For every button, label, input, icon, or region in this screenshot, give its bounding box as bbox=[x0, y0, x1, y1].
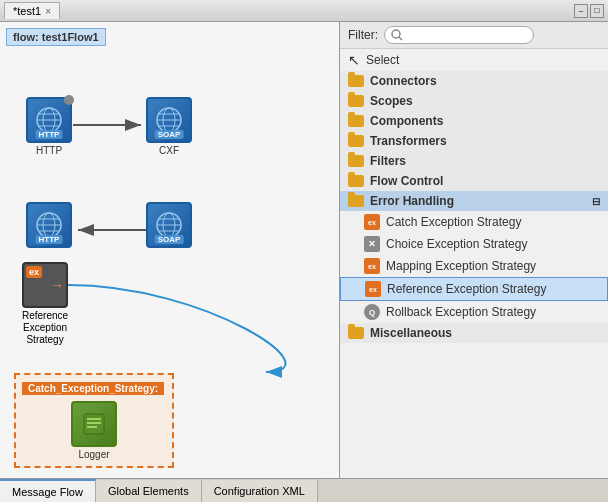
main-container: flow: test1Flow1 bbox=[0, 22, 608, 478]
catch-container: Catch_Exception_Strategy: Logger bbox=[14, 373, 174, 468]
soap-node-2[interactable]: SOAP bbox=[146, 202, 192, 248]
right-panel: Filter: ↖ Select Connectors bbox=[340, 22, 608, 478]
svg-line-29 bbox=[399, 37, 402, 40]
category-transformers-label: Transformers bbox=[370, 134, 447, 148]
expand-icon: ⊟ bbox=[592, 196, 600, 207]
folder-components-icon bbox=[348, 115, 364, 127]
palette-catch[interactable]: ex Catch Exception Strategy bbox=[340, 211, 608, 233]
soap-node-1-label: CXF bbox=[159, 145, 179, 156]
category-error-handling-label: Error Handling bbox=[370, 194, 454, 208]
tab-config-xml[interactable]: Configuration XML bbox=[202, 479, 318, 502]
exc-arrow: → bbox=[50, 277, 64, 293]
http-node-1[interactable]: HTTP HTTP bbox=[26, 97, 72, 156]
choice-exc-icon: ✕ bbox=[364, 236, 380, 252]
http-icon-1: HTTP bbox=[26, 97, 72, 143]
category-filters-label: Filters bbox=[370, 154, 406, 168]
folder-error-icon bbox=[348, 195, 364, 207]
folder-transformers-icon bbox=[348, 135, 364, 147]
palette-reference[interactable]: ex Reference Exception Strategy bbox=[340, 277, 608, 301]
category-misc[interactable]: Miscellaneous bbox=[340, 323, 608, 343]
category-components[interactable]: Components bbox=[340, 111, 608, 131]
svg-rect-26 bbox=[87, 422, 101, 424]
filter-input-wrapper[interactable] bbox=[384, 26, 534, 44]
reference-exc-icon: ex bbox=[365, 281, 381, 297]
filter-bar: Filter: bbox=[340, 22, 608, 49]
category-misc-label: Miscellaneous bbox=[370, 326, 452, 340]
logger-icon bbox=[71, 401, 117, 447]
minimize-button[interactable]: – bbox=[574, 4, 588, 18]
palette-mapping[interactable]: ex Mapping Exception Strategy bbox=[340, 255, 608, 277]
ref-exc-label-3: Strategy bbox=[22, 334, 68, 346]
catch-header: Catch_Exception_Strategy: bbox=[22, 382, 164, 395]
folder-misc-icon bbox=[348, 327, 364, 339]
palette-list: ↖ Select Connectors Scopes Components bbox=[340, 49, 608, 478]
palette-choice[interactable]: ✕ Choice Exception Strategy bbox=[340, 233, 608, 255]
rollback-exc-icon: Q bbox=[364, 304, 380, 320]
category-flow-control-label: Flow Control bbox=[370, 174, 443, 188]
category-connectors-label: Connectors bbox=[370, 74, 437, 88]
svg-rect-25 bbox=[87, 418, 101, 420]
folder-filters-icon bbox=[348, 155, 364, 167]
soap-icon-2: SOAP bbox=[146, 202, 192, 248]
ref-exc-node[interactable]: ex → Reference Exception Strategy bbox=[22, 262, 68, 346]
category-components-label: Components bbox=[370, 114, 443, 128]
filter-label: Filter: bbox=[348, 28, 378, 42]
title-tab-label: *test1 bbox=[13, 5, 41, 17]
flow-label: flow: test1Flow1 bbox=[6, 28, 106, 46]
title-tab[interactable]: *test1 × bbox=[4, 2, 60, 19]
http-node-1-label: HTTP bbox=[36, 145, 62, 156]
folder-flowcontrol-icon bbox=[348, 175, 364, 187]
flow-canvas: HTTP HTTP SOAP CXF bbox=[6, 52, 333, 478]
palette-select[interactable]: ↖ Select bbox=[340, 49, 608, 71]
category-scopes[interactable]: Scopes bbox=[340, 91, 608, 111]
select-label: Select bbox=[366, 53, 399, 67]
category-flow-control[interactable]: Flow Control bbox=[340, 171, 608, 191]
tab-message-flow-label: Message Flow bbox=[12, 486, 83, 498]
logger-node[interactable]: Logger bbox=[22, 401, 166, 460]
catch-exc-icon: ex bbox=[364, 214, 380, 230]
canvas-area: flow: test1Flow1 bbox=[0, 22, 340, 478]
restore-button[interactable]: □ bbox=[590, 4, 604, 18]
filter-text-input[interactable] bbox=[407, 29, 527, 41]
category-filters[interactable]: Filters bbox=[340, 151, 608, 171]
title-bar: *test1 × – □ bbox=[0, 0, 608, 22]
select-cursor-icon: ↖ bbox=[348, 52, 360, 68]
folder-connectors-icon bbox=[348, 75, 364, 87]
ref-exc-label-2: Exception bbox=[22, 322, 68, 334]
tab-config-xml-label: Configuration XML bbox=[214, 485, 305, 497]
tab-message-flow[interactable]: Message Flow bbox=[0, 479, 96, 502]
svg-point-28 bbox=[392, 30, 400, 38]
bottom-tabs: Message Flow Global Elements Configurati… bbox=[0, 478, 608, 502]
soap-node-1[interactable]: SOAP CXF bbox=[146, 97, 192, 156]
mapping-label: Mapping Exception Strategy bbox=[386, 259, 536, 273]
category-transformers[interactable]: Transformers bbox=[340, 131, 608, 151]
http-node-2[interactable]: HTTP bbox=[26, 202, 72, 248]
tab-global-elements-label: Global Elements bbox=[108, 485, 189, 497]
ref-exc-icon: ex → bbox=[22, 262, 68, 308]
rollback-label: Rollback Exception Strategy bbox=[386, 305, 536, 319]
category-connectors[interactable]: Connectors bbox=[340, 71, 608, 91]
logger-label: Logger bbox=[78, 449, 109, 460]
soap-icon-1: SOAP bbox=[146, 97, 192, 143]
palette-rollback[interactable]: Q Rollback Exception Strategy bbox=[340, 301, 608, 323]
exc-badge: ex bbox=[26, 266, 42, 278]
mapping-exc-icon: ex bbox=[364, 258, 380, 274]
ref-exc-label-1: Reference bbox=[22, 310, 68, 322]
svg-rect-27 bbox=[87, 426, 97, 428]
catch-label: Catch Exception Strategy bbox=[386, 215, 521, 229]
http-badge-1 bbox=[64, 95, 74, 105]
close-icon[interactable]: × bbox=[45, 6, 51, 17]
http-icon-2: HTTP bbox=[26, 202, 72, 248]
category-error-handling[interactable]: Error Handling ⊟ bbox=[340, 191, 608, 211]
category-scopes-label: Scopes bbox=[370, 94, 413, 108]
choice-label: Choice Exception Strategy bbox=[386, 237, 527, 251]
reference-label: Reference Exception Strategy bbox=[387, 282, 546, 296]
search-icon bbox=[391, 29, 403, 41]
folder-scopes-icon bbox=[348, 95, 364, 107]
window-controls: – □ bbox=[574, 4, 604, 18]
tab-global-elements[interactable]: Global Elements bbox=[96, 479, 202, 502]
